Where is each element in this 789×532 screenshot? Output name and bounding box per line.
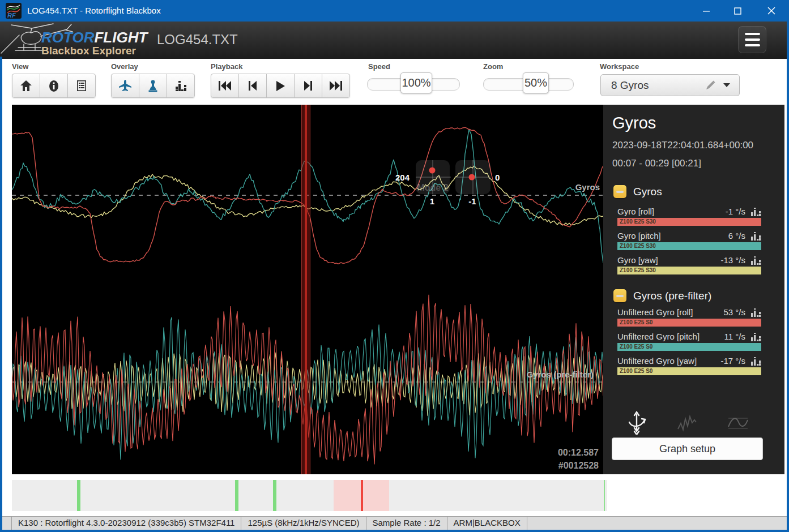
step-forward-icon [304, 81, 312, 91]
craft-overlay-button[interactable] [111, 74, 139, 98]
curve-settings-bar[interactable]: Z100 E25 S0 [617, 343, 761, 351]
jump-start-button[interactable] [211, 74, 239, 98]
playback-button-group [211, 74, 350, 98]
status-cell: K130 : Rotorflight 4.3.0-20230912 (339c3… [11, 517, 241, 530]
analyser-icon[interactable] [751, 256, 761, 265]
window-title: LOG454.TXT - Rotorflight Blackbox [27, 0, 161, 22]
play-button[interactable] [266, 74, 295, 98]
zoom-slider-thumb[interactable]: 50% [523, 72, 549, 93]
field-value: 6 °/s [728, 231, 745, 241]
field-value: 11 °/s [724, 332, 745, 341]
timeline-green-marker [235, 480, 238, 511]
minimize-button[interactable] [693, 0, 719, 22]
log-timeline-seekbar[interactable] [12, 480, 607, 511]
status-bar: K130 : Rotorflight 4.3.0-20230912 (339c3… [0, 516, 789, 530]
zoom-group-label: Zoom [483, 62, 503, 71]
pencil-icon[interactable] [706, 80, 715, 90]
field-row: Unfiltered Gyro [yaw]-17 °/sZ100 E25 S0 [617, 356, 761, 379]
curve-settings-bar[interactable]: Z100 E25 S0 [617, 367, 761, 375]
field-label: Unfiltered Gyro [roll] [617, 307, 693, 317]
overlay-group-label: Overlay [111, 62, 138, 71]
home-button[interactable] [12, 74, 40, 98]
field-row: Gyro [yaw]-13 °/sZ100 E25 S30 [617, 255, 761, 278]
skip-to-end-icon [330, 81, 342, 91]
stick-left-value: 204 [390, 173, 410, 182]
field-row: Gyro [pitch]6 °/sZ100 E25 S30 [617, 231, 761, 254]
analyser-icon[interactable] [751, 232, 761, 241]
field-label: Unfiltered Gyro [yaw] [617, 356, 697, 366]
step-back-icon [249, 81, 257, 91]
hamburger-icon [745, 33, 760, 35]
log-file-name: LOG454.TXT [157, 32, 238, 48]
log-timestamp: 2023-09-18T22:04:01.684+00:00 [612, 140, 753, 151]
collapse-group-icon[interactable] [613, 289, 626, 302]
field-label: Gyro [yaw] [617, 255, 658, 265]
timeline-green-marker [77, 480, 80, 511]
filter-curve-tool-icon[interactable] [728, 414, 748, 432]
field-value: -1 °/s [726, 207, 745, 216]
workspace-dropdown[interactable]: 8 Gyros [600, 74, 740, 96]
sticks-icon [147, 80, 159, 92]
field-value: -17 °/s [720, 356, 745, 366]
home-icon [20, 80, 32, 91]
info-icon [49, 80, 58, 92]
pan-zoom-tool-icon[interactable] [627, 411, 646, 435]
brand-subtitle: Blackbox Explorer [41, 45, 136, 57]
stick-mode-label: Mode 2 [410, 183, 455, 193]
analyser-overlay-button[interactable] [167, 74, 195, 98]
window-border-left [0, 57, 2, 532]
playback-time: 00:12.587 [558, 448, 599, 458]
view-group-label: View [12, 62, 28, 71]
spectrum-tool-icon[interactable] [677, 414, 697, 432]
status-cell: ARM|BLACKBOX [447, 517, 527, 530]
close-button[interactable] [758, 0, 784, 22]
field-label: Gyro [pitch] [617, 231, 661, 241]
log-table-button[interactable] [67, 74, 96, 98]
log-graph-canvas[interactable]: 204 0 1 -1 Mode 2 Gyros Gyros (pre-filte… [12, 105, 603, 474]
close-icon [767, 7, 775, 15]
field-row: Gyro [roll]-1 °/sZ100 E25 S30 [617, 207, 761, 229]
overlay-button-group [111, 74, 195, 98]
app-header: ROTORFLIGHT Blackbox Explorer LOG454.TXT [0, 22, 789, 59]
table-icon [77, 80, 86, 91]
stick-position-dot [469, 174, 475, 181]
chevron-down-icon [723, 83, 730, 87]
field-row: Unfiltered Gyro [roll]53 °/sZ100 E25 S0 [617, 307, 761, 330]
window-border-bottom [0, 530, 789, 532]
graph-setup-button[interactable]: Graph setup [612, 437, 763, 460]
maximize-button[interactable] [724, 0, 750, 22]
graph-tools [603, 411, 784, 437]
log-info-button[interactable] [40, 74, 68, 98]
menu-button[interactable] [738, 26, 766, 53]
analyser-icon[interactable] [751, 333, 761, 341]
stick-right-value: 0 [495, 173, 500, 182]
group-label: Gyros (pre-filter) [633, 290, 711, 302]
skip-to-start-icon [219, 81, 231, 91]
maximize-icon [734, 7, 741, 15]
curve-settings-bar[interactable]: Z100 E25 S30 [617, 267, 761, 274]
app-window: RF LOG454.TXT - Rotorflight Blackbox [0, 0, 789, 532]
curve-settings-bar[interactable]: Z100 E25 S30 [617, 242, 761, 250]
analyser-icon[interactable] [751, 308, 761, 317]
prev-frame-button[interactable] [238, 74, 267, 98]
curve-settings-bar[interactable]: Z100 E25 S0 [617, 319, 761, 327]
curve-settings-bar[interactable]: Z100 E25 S30 [617, 218, 761, 226]
frame-number: #0012528 [558, 461, 599, 471]
analyser-icon [176, 81, 186, 91]
analyser-icon[interactable] [751, 208, 761, 216]
app-icon: RF [6, 3, 22, 19]
field-label: Gyro [roll] [617, 207, 654, 216]
speed-slider-thumb[interactable]: 100% [400, 72, 432, 93]
stick-right-sub-value: -1 [464, 196, 480, 206]
title-bar: RF LOG454.TXT - Rotorflight Blackbox [0, 0, 789, 22]
next-frame-button[interactable] [294, 74, 322, 98]
timeline-green-marker [273, 480, 276, 511]
jump-end-button[interactable] [322, 74, 350, 98]
sticks-overlay-button[interactable] [139, 74, 167, 98]
field-label: Unfiltered Gyro [pitch] [617, 332, 700, 341]
graph-traces [12, 105, 603, 474]
field-row: Unfiltered Gyro [pitch]11 °/sZ100 E25 S0 [617, 332, 761, 354]
collapse-group-icon[interactable] [613, 185, 626, 198]
brand-logo: ROTORFLIGHT [41, 29, 147, 46]
analyser-icon[interactable] [751, 357, 761, 366]
